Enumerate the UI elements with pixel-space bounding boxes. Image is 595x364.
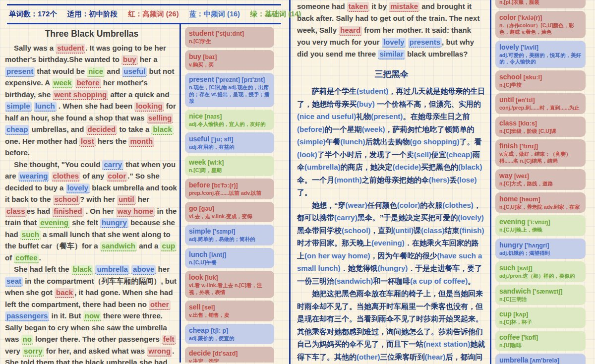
vocab-phonetic: [baɪ] — [201, 54, 217, 61]
translation-keyword: (before) — [297, 125, 325, 133]
highlighted-word: looking — [134, 102, 164, 112]
translation-keyword: (school) — [342, 226, 370, 235]
vocab-phonetic: ['lʌvli] — [519, 44, 538, 51]
translation-keyword: (hear) — [425, 353, 446, 361]
highlighted-word: month — [128, 137, 154, 147]
vocab-definition: n.[C]班级，阶级 [C,U]课 — [499, 128, 582, 135]
vocab-word-line: class [klɑːs] — [499, 119, 582, 127]
vocab-word-line: school [skuːl] — [499, 72, 582, 81]
vocab-definition: v.购买，买 — [189, 61, 270, 68]
vocab-word: look — [189, 273, 203, 281]
vocab-phonetic: [kʌp] — [512, 311, 528, 318]
vocab-word-line: coffee ['kɒfi] — [499, 333, 582, 342]
vocab-definition: adj./pron.这（那）样的，类似的 — [499, 273, 582, 280]
highlighted-word: above — [131, 265, 156, 275]
highlighted-word: sandwich — [100, 242, 137, 251]
vocab-definition: adj.可爱的，美丽的，悦耳的，美好的，令人愉快的 — [499, 52, 582, 65]
highlighted-word: heard — [339, 26, 362, 36]
translation-keyword: (evening) — [371, 239, 405, 247]
highlighted-word: black — [151, 125, 173, 135]
highlighted-word: carry — [102, 160, 123, 170]
vocab-phonetic: [weɪ] — [512, 173, 529, 180]
translation-keyword: (hungry) — [378, 264, 408, 272]
vocab-word-line: buy [baɪ] — [189, 52, 270, 61]
highlighted-word: hungry — [100, 218, 128, 228]
translation-paragraph: 她想，“穿(wear)任何颜色(color)的衣服(clothes)，都可以携带… — [297, 199, 486, 288]
vocab-card: hungry ['hʌŋgri]adj.饥饿的；渴望得到 — [495, 239, 586, 259]
vocab-definition: adj.简单的，易做的；简朴的 — [189, 236, 270, 243]
highlighted-word: no — [21, 335, 33, 345]
vocab-card: finish ['fɪnɪʃ]v.完成，做好，结束；（竞赛）得......名 n… — [495, 139, 586, 167]
vocab-definition: n.[C]杯，杯子 — [499, 319, 582, 326]
vocab-phonetic: [sʌtʃ] — [516, 265, 533, 272]
vocab-phonetic: [sel] — [200, 304, 215, 311]
highlighted-word: seat — [5, 277, 23, 287]
highlighted-word: taken — [347, 2, 369, 12]
highlighted-word: other — [149, 300, 171, 310]
vocab-column-left: student ['stjuːdnt]n.[C]学生buy [baɪ]v.购买，… — [181, 24, 277, 363]
vocab-card: coffee ['kɒfi]n.[U]咖啡 — [495, 331, 586, 352]
vocab-word-line: go [gəʊ] — [189, 204, 270, 213]
translation-keyword: (sell) — [414, 150, 431, 159]
vocab-word-line: umbrella [ʌm'brelə] — [499, 356, 582, 364]
vocab-word: decide — [189, 349, 211, 357]
vocab-card: evening ['iːvnɪŋ]n.[C,U]晚上，傍晚 — [495, 215, 586, 236]
vocab-word-line: student ['stjuːdnt] — [189, 29, 270, 38]
vocab-phonetic: ['hʌŋgri] — [523, 242, 549, 249]
vocab-definition: conj./prep.到......时，直到......为止 — [499, 105, 582, 112]
vocab-word-line: until [ən'tɪl] — [499, 95, 582, 104]
vocab-word: student — [189, 29, 214, 37]
highlighted-word: back — [55, 288, 74, 298]
vocab-card: nice [naɪs]adj.令人愉快的，宜人的，友好的 — [185, 110, 274, 130]
translation-keyword: (clothes) — [442, 201, 474, 209]
highlighted-word: until — [117, 195, 136, 205]
translation-keyword: (hers) — [429, 176, 450, 184]
legend-mid-frequency: 蓝：中频词 (16) — [189, 9, 240, 19]
vocab-word-line: decide [dɪ'saɪd] — [189, 349, 270, 358]
translation-keyword: (buy) — [357, 100, 375, 108]
vocab-definition: n.[C,U]晚上，傍晚 — [499, 227, 582, 234]
translation-keyword: (nice and useful) — [297, 112, 356, 121]
vocab-word: lovely — [499, 43, 519, 51]
vocab-definition: adj.有用的，有益的 — [189, 144, 270, 151]
vocab-word-line: nice [naɪs] — [189, 112, 270, 121]
vocab-card: sell [sel]v.出售，销售，卖 — [185, 301, 274, 321]
translation-column: someone had taken it by mistake and brou… — [292, 0, 490, 364]
translation-body: 萨莉是个学生(student)，再过几天就是她母亲的生日了，她想给母亲买(buy… — [297, 85, 486, 364]
highlighted-word: way home — [116, 207, 155, 217]
vocab-phonetic: [ən'tɪl] — [514, 97, 535, 104]
highlighted-word: now — [83, 311, 101, 321]
vocab-definition: v.出售，销售，卖 — [189, 312, 270, 319]
vocab-phonetic: [dɪ'saɪd] — [211, 350, 238, 357]
vocab-card: class [klɑːs]n.[C]班级，阶级 [C,U]课 — [495, 117, 586, 137]
vocab-word: coffee — [499, 333, 520, 341]
highlighted-word: finished — [52, 207, 84, 217]
left-page: 单词数：172个 适用：初中阶段 红：高频词 (26) 蓝：中频词 (16) 绿… — [0, 0, 291, 364]
highlighted-word: lunch — [34, 102, 57, 112]
vocab-card: simple ['sɪmpl]adj.简单的，易做的；简朴的 — [185, 225, 274, 245]
vocab-word-line: cheap [tʃiː p] — [189, 326, 270, 335]
vocab-definition: n.[C]周，星期 — [189, 167, 270, 174]
highlighted-word: coffee — [14, 253, 39, 263]
vocab-card: until [ən'tɪl]conj./prep.到......时，直到....… — [495, 93, 586, 114]
vocab-card: cup [kʌp]n.[C]杯，杯子 — [495, 307, 586, 328]
vocab-definition: n.[C,U]午餐 — [189, 259, 270, 266]
highlighted-word: decided — [86, 125, 118, 135]
vocab-card: buy [baɪ]v.购买，买 — [185, 50, 274, 71]
translation-keyword: (decide) — [393, 163, 421, 171]
highlighted-word: lost — [79, 137, 96, 147]
highlighted-word: clothes — [52, 172, 81, 182]
translation-keyword: (class) — [421, 226, 445, 235]
vocab-word-line: way [weɪ] — [499, 171, 582, 180]
translation-keyword: (week) — [362, 125, 385, 133]
vocab-word: buy — [189, 53, 201, 61]
vocab-word-line: finish ['fɪnɪʃ] — [499, 141, 582, 150]
highlighted-word: buy — [121, 55, 138, 65]
highlighted-word: similar — [378, 50, 405, 60]
translation-keyword: (on her way home) — [304, 251, 370, 260]
vocab-card: n.[pl.]衣服，服装 — [495, 0, 586, 8]
vocab-word-line: lunch [lʌntʃ] — [189, 250, 270, 259]
highlighted-word: nice — [87, 67, 105, 77]
vocab-phonetic: ['sɪmpl] — [211, 228, 235, 235]
translation-keyword: (a cup of coffee) — [410, 277, 468, 285]
